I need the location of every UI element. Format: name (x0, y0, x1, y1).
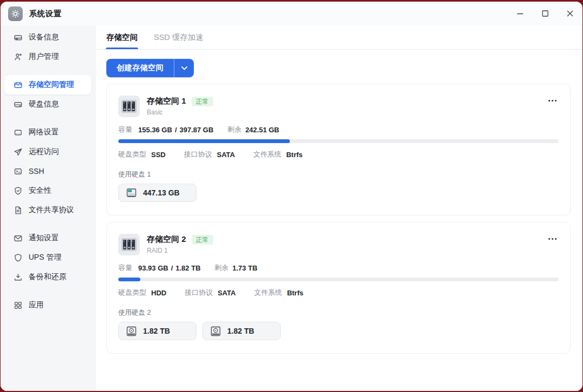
hdd-drive-icon (209, 325, 222, 337)
capacity-used: 93.93 GB (138, 264, 168, 272)
app-gear-icon (8, 6, 23, 21)
settings-window: 系统设置 设备信息 (1, 2, 582, 391)
window-title: 系统设置 (29, 9, 62, 19)
sidebar-item-storage-management[interactable]: 存储空间管理 (4, 75, 91, 94)
sidebar-item-label: 备份和还原 (29, 272, 66, 282)
capacity-separator: / (175, 126, 177, 134)
sidebar-item-label: 用户管理 (29, 52, 59, 62)
sidebar-item-label: 应用 (29, 300, 44, 310)
tab-storage-space[interactable]: 存储空间 (106, 25, 138, 49)
capacity-label: 容量 (118, 263, 132, 273)
disk-chip[interactable]: 1.82 TB (118, 322, 196, 340)
usage-progress-fill (118, 139, 290, 143)
terminal-icon (13, 167, 23, 176)
spec-label: 接口协议 (185, 288, 213, 298)
capacity-total: 1.82 TB (175, 264, 200, 272)
sidebar-item-user-management[interactable]: 用户管理 (4, 47, 91, 66)
storage-content: 创建存储空间 存储空间 1 正常 (96, 50, 582, 391)
disk-size: 1.82 TB (143, 327, 170, 335)
create-storage-button[interactable]: 创建存储空间 (106, 59, 174, 77)
sidebar-item-label: 远程访问 (29, 147, 59, 157)
tab-label: 存储空间 (106, 32, 138, 43)
nas-device-icon (118, 234, 140, 255)
tab-label: SSD 缓存加速 (154, 32, 204, 43)
sidebar-item-label: 设备信息 (29, 32, 59, 42)
sidebar-item-label: 文件共享协议 (29, 205, 74, 215)
capacity-used: 155.36 GB (138, 126, 172, 134)
sidebar-item-file-sharing[interactable]: 文件共享协议 (4, 200, 91, 220)
storage-pool-card-1: 存储空间 1 正常 Basic 容量 155.36 GB / 397.87 GB… (106, 84, 571, 215)
pool-name: 存储空间 1 (147, 96, 186, 106)
sidebar-item-device-info[interactable]: 设备信息 (4, 28, 91, 47)
active-tab-underline (106, 48, 138, 49)
mail-icon (13, 234, 23, 243)
spec-value: SATA (217, 151, 235, 159)
disk-icon (13, 100, 23, 109)
spec-value: Btrfs (287, 289, 303, 297)
users-icon (13, 52, 23, 62)
sidebar-item-ssh[interactable]: SSH (4, 161, 91, 181)
spec-label: 文件系统 (253, 150, 281, 159)
tab-bar: 存储空间 SSD 缓存加速 (96, 25, 582, 50)
create-storage-split-button: 创建存储空间 (106, 59, 194, 77)
close-button[interactable] (566, 10, 574, 18)
capacity-label: 容量 (118, 125, 132, 134)
storage-icon (13, 80, 23, 90)
pool-name: 存储空间 2 (147, 234, 186, 245)
shield-icon (13, 253, 23, 262)
sidebar: 设备信息 用户管理 存储空间管理 (1, 25, 96, 391)
sidebar-item-backup-restore[interactable]: 备份和还原 (4, 267, 91, 287)
ssd-drive-icon (125, 187, 138, 199)
maximize-button[interactable] (541, 10, 549, 18)
sidebar-item-network-settings[interactable]: 网络设置 (4, 123, 91, 142)
status-badge: 正常 (192, 235, 213, 245)
sidebar-item-label: UPS 管理 (29, 253, 62, 262)
disks-used-label: 使用硬盘 (118, 171, 145, 178)
disks-used-count: 1 (147, 171, 151, 178)
sidebar-item-applications[interactable]: 应用 (4, 295, 91, 315)
sidebar-item-disk-info[interactable]: 硬盘信息 (4, 94, 91, 114)
usage-progress-bar (118, 278, 559, 281)
storage-pool-card-2: 存储空间 2 正常 RAID 1 容量 93.93 GB / 1.82 TB 剩… (106, 222, 571, 354)
shield-check-icon (13, 186, 23, 195)
disk-chip[interactable]: 447.13 GB (118, 184, 196, 202)
create-storage-dropdown-button[interactable] (174, 59, 194, 77)
spec-value: SSD (151, 151, 166, 159)
sidebar-item-remote-access[interactable]: 远程访问 (4, 142, 91, 161)
spec-value: HDD (151, 289, 166, 297)
minimize-button[interactable] (516, 10, 524, 18)
spec-label: 文件系统 (254, 288, 282, 298)
sidebar-item-label: 安全性 (29, 186, 51, 195)
spec-label: 硬盘类型 (118, 150, 146, 159)
disk-chip[interactable]: 1.82 TB (202, 322, 281, 340)
sidebar-item-ups-management[interactable]: UPS 管理 (4, 248, 91, 267)
spec-value: SATA (218, 289, 235, 297)
apps-grid-icon (13, 301, 23, 310)
paper-plane-icon (13, 147, 23, 157)
usage-progress-fill (118, 278, 140, 281)
disks-used-count: 2 (147, 309, 151, 316)
remaining-label: 剩余 (227, 125, 241, 134)
spec-label: 硬盘类型 (118, 288, 146, 298)
sidebar-item-notification-settings[interactable]: 通知设置 (4, 228, 91, 248)
main-panel: 存储空间 SSD 缓存加速 创建存储空间 (96, 25, 582, 391)
spec-label: 接口协议 (184, 150, 212, 159)
pool-raid-type: Basic (147, 109, 213, 116)
sidebar-item-label: 通知设置 (29, 233, 59, 243)
titlebar: 系统设置 (1, 2, 582, 25)
capacity-total: 397.87 GB (180, 126, 214, 134)
more-options-button[interactable] (546, 96, 559, 106)
sidebar-item-label: 硬盘信息 (29, 99, 59, 109)
sidebar-item-label: 存储空间管理 (29, 80, 74, 90)
document-icon (13, 206, 23, 215)
sidebar-item-label: 网络设置 (29, 127, 59, 137)
more-options-button[interactable] (546, 234, 559, 244)
chevron-down-icon (181, 66, 187, 70)
remaining-label: 剩余 (215, 263, 229, 273)
remaining-value: 242.51 GB (245, 126, 279, 134)
disk-size: 447.13 GB (143, 188, 180, 197)
tab-ssd-cache[interactable]: SSD 缓存加速 (154, 25, 204, 49)
remaining-value: 1.73 TB (233, 264, 257, 272)
sidebar-item-security[interactable]: 安全性 (4, 181, 91, 200)
hdd-drive-icon (125, 325, 138, 337)
